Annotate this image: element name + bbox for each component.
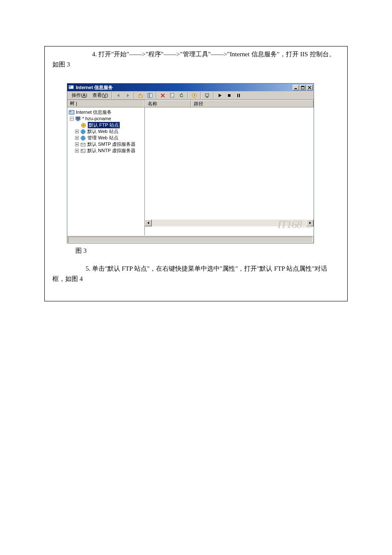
tree-root[interactable]: Internet 信息服务 [68, 109, 144, 116]
tree-ftp-site[interactable]: 默认 FTP 站点 [68, 122, 144, 128]
menu-action[interactable]: 操作(A) [69, 91, 90, 99]
toolbar-separator [200, 92, 201, 99]
iis-window: Internet 信息服务 操作(A) 查看(V) [67, 83, 314, 243]
tree-body: Internet 信息服务 − * hzu-pcname 默认 FTP 站点 [67, 107, 144, 156]
delete-button[interactable] [159, 91, 167, 100]
figure-3-label: 图 3 [45, 243, 86, 257]
content-panes: 树 | Internet 信息服务 − * hzu-pcname [67, 100, 314, 235]
expander-icon[interactable]: + [75, 136, 79, 140]
mail-server-icon [80, 142, 86, 147]
svg-rect-22 [239, 94, 240, 97]
minimize-button[interactable] [293, 85, 299, 90]
statusbar [67, 235, 314, 243]
svg-rect-1 [69, 86, 71, 87]
toolbar-separator [213, 92, 214, 99]
svg-rect-17 [205, 94, 209, 96]
svg-point-13 [171, 94, 172, 95]
window-title: Internet 信息服务 [76, 84, 113, 91]
step-4-content: 4. 打开"开始"——>"程序"——>"管理工具"——>"Internet 信息… [52, 51, 335, 68]
window-buttons [293, 85, 313, 90]
svg-rect-2 [71, 86, 73, 88]
toolbar-separator [156, 92, 157, 99]
toolbar-separator [112, 92, 112, 99]
svg-rect-20 [228, 94, 231, 97]
app-icon [68, 84, 74, 90]
svg-rect-27 [77, 120, 79, 121]
svg-rect-5 [301, 86, 304, 87]
news-server-icon [80, 148, 86, 154]
svg-rect-28 [76, 121, 80, 121]
svg-rect-21 [237, 94, 238, 97]
pause-button[interactable] [234, 91, 243, 100]
expander-icon[interactable]: + [75, 130, 79, 133]
tree-ftp-label: 默认 FTP 站点 [88, 122, 120, 128]
tree-web-site[interactable]: + 默认 Web 站点 [68, 128, 144, 135]
expander-icon[interactable]: + [75, 149, 79, 153]
scroll-track[interactable] [152, 220, 307, 226]
svg-text:?: ? [193, 94, 196, 98]
toolbar-separator [134, 92, 135, 99]
screenshot-figure-3: Internet 信息服务 操作(A) 查看(V) [67, 83, 314, 243]
iis-icon [69, 110, 75, 116]
svg-rect-3 [294, 88, 297, 89]
list-header: 名称 路径 [145, 100, 314, 107]
svg-rect-35 [81, 151, 85, 152]
expander-icon[interactable]: − [70, 117, 74, 121]
menu-view[interactable]: 查看(V) [90, 91, 111, 99]
svg-rect-12 [170, 93, 174, 98]
svg-rect-24 [70, 111, 71, 112]
play-button[interactable] [216, 91, 224, 100]
svg-rect-34 [81, 150, 83, 151]
list-pane: 名称 路径 [145, 100, 314, 235]
close-button[interactable] [306, 85, 313, 90]
connect-button[interactable] [203, 91, 211, 100]
column-name[interactable]: 名称 [145, 100, 191, 107]
svg-rect-23 [69, 110, 74, 114]
step-5-content: 5. 单击"默认 FTP 站点"，在右键快捷菜单中选中"属性"，打开"默认 FT… [52, 265, 327, 282]
tree-admin-site[interactable]: + 管理 Web 站点 [68, 135, 144, 141]
svg-rect-8 [148, 93, 150, 98]
tree-smtp[interactable]: + 默认 SMTP 虚拟服务器 [68, 141, 144, 147]
back-button[interactable] [114, 91, 123, 100]
svg-rect-14 [171, 96, 173, 96]
forward-button[interactable] [124, 91, 132, 100]
stop-button[interactable] [225, 91, 233, 100]
web-site-icon [80, 129, 86, 135]
step-5-text: 5. 单击"默认 FTP 站点"，在右键快捷菜单中选中"属性"，打开"默认 FT… [45, 263, 347, 284]
web-site-icon [80, 135, 86, 141]
svg-rect-18 [207, 96, 208, 97]
horizontal-scrollbar[interactable] [145, 220, 314, 226]
menubar: 操作(A) 查看(V) ? [67, 91, 314, 100]
page-frame: 4. 打开"开始"——>"程序"——>"管理工具"——>"Internet 信息… [44, 46, 348, 301]
properties-button[interactable] [168, 91, 176, 100]
tree-nntp[interactable]: + 默认 NNTP 虚拟服务器 [68, 147, 144, 154]
tree-pane: 树 | Internet 信息服务 − * hzu-pcname [67, 100, 145, 235]
help-button[interactable]: ? [190, 91, 199, 100]
column-path[interactable]: 路径 [191, 100, 314, 107]
computer-icon [75, 116, 81, 122]
step-4-text: 4. 打开"开始"——>"程序"——>"管理工具"——>"Internet 信息… [45, 49, 347, 69]
status-cell [68, 237, 313, 243]
up-button[interactable] [136, 91, 145, 100]
scroll-left-button[interactable] [145, 220, 152, 226]
svg-rect-26 [76, 117, 80, 119]
titlebar[interactable]: Internet 信息服务 [67, 84, 314, 91]
scroll-right-button[interactable] [307, 220, 314, 226]
ftp-site-icon [81, 122, 86, 128]
svg-rect-9 [150, 93, 152, 98]
tree-host[interactable]: − * hzu-pcname [68, 116, 144, 122]
show-hide-tree-button[interactable] [146, 91, 154, 100]
list-body [145, 107, 314, 226]
expander-icon[interactable]: + [75, 142, 79, 146]
maximize-button[interactable] [300, 85, 306, 90]
refresh-button[interactable] [177, 91, 186, 100]
toolbar-separator [187, 92, 188, 99]
tree-header: 树 | [67, 100, 144, 107]
svg-rect-19 [206, 97, 208, 98]
